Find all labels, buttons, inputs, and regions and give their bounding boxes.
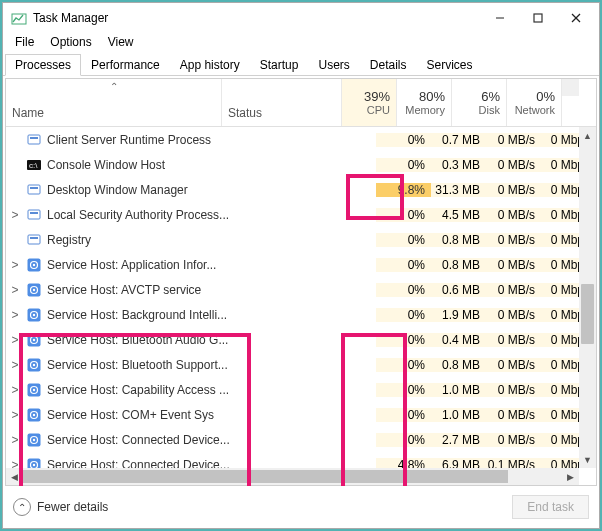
- process-row[interactable]: >Local Security Authority Process...0%4.…: [6, 202, 596, 227]
- tab-startup[interactable]: Startup: [250, 54, 309, 76]
- disk-header-pct: 6%: [481, 89, 500, 104]
- process-row[interactable]: c:\Console Window Host0%0.3 MB0 MB/s0 Mb…: [6, 152, 596, 177]
- svg-point-29: [33, 363, 35, 365]
- process-rows: Client Server Runtime Process0%0.7 MB0 M…: [6, 127, 596, 468]
- process-name: Client Server Runtime Process: [47, 133, 256, 147]
- sort-indicator-icon: ⌃: [110, 81, 118, 92]
- cpu-cell: 0%: [376, 258, 431, 272]
- fewer-details-button[interactable]: ⌃ Fewer details: [13, 498, 108, 516]
- svg-point-20: [33, 288, 35, 290]
- process-icon: [26, 207, 42, 223]
- memory-cell: 0.8 MB: [431, 358, 486, 372]
- col-status[interactable]: Status: [222, 79, 342, 126]
- close-button[interactable]: [557, 4, 595, 32]
- tab-processes[interactable]: Processes: [5, 54, 81, 76]
- svg-point-35: [33, 413, 35, 415]
- expand-icon[interactable]: >: [6, 283, 24, 297]
- col-memory[interactable]: 80% Memory: [397, 79, 452, 126]
- cpu-header-pct: 39%: [364, 89, 390, 104]
- cpu-cell: 4.8%: [376, 458, 431, 469]
- expand-icon[interactable]: >: [6, 458, 24, 469]
- tab-app-history[interactable]: App history: [170, 54, 250, 76]
- process-icon: [26, 182, 42, 198]
- cpu-cell: 0%: [376, 208, 431, 222]
- process-row[interactable]: >Service Host: Bluetooth Audio G...0%0.4…: [6, 327, 596, 352]
- network-header-label: Network: [515, 104, 555, 116]
- menu-file[interactable]: File: [7, 34, 42, 50]
- processes-panel: ⌃ Name Status 39% CPU 80% Memory 6% Disk: [3, 76, 599, 486]
- scroll-down-icon[interactable]: ▼: [579, 451, 596, 468]
- svg-text:c:\: c:\: [29, 161, 38, 170]
- disk-cell: 0 MB/s: [486, 133, 541, 147]
- process-row[interactable]: >Service Host: Connected Device...4.8%6.…: [6, 452, 596, 468]
- title-bar[interactable]: Task Manager: [3, 3, 599, 33]
- process-name: Service Host: AVCTP service: [47, 283, 256, 297]
- cpu-cell: 9.8%: [376, 183, 431, 197]
- maximize-button[interactable]: [519, 4, 557, 32]
- minimize-button[interactable]: [481, 4, 519, 32]
- expand-icon[interactable]: >: [6, 208, 24, 222]
- process-name: Local Security Authority Process...: [47, 208, 256, 222]
- memory-cell: 0.8 MB: [431, 233, 486, 247]
- process-row[interactable]: >Service Host: Application Infor...0%0.8…: [6, 252, 596, 277]
- memory-cell: 0.6 MB: [431, 283, 486, 297]
- process-row[interactable]: >Service Host: Bluetooth Support...0%0.8…: [6, 352, 596, 377]
- menu-view[interactable]: View: [100, 34, 142, 50]
- expand-icon[interactable]: >: [6, 333, 24, 347]
- disk-cell: 0 MB/s: [486, 408, 541, 422]
- expand-icon[interactable]: >: [6, 408, 24, 422]
- process-name: Service Host: Connected Device...: [47, 433, 256, 447]
- process-row[interactable]: >Service Host: Background Intelli...0%1.…: [6, 302, 596, 327]
- process-row[interactable]: >Service Host: Capability Access ...0%1.…: [6, 377, 596, 402]
- memory-cell: 1.9 MB: [431, 308, 486, 322]
- process-icon: c:\: [26, 157, 42, 173]
- scroll-left-icon[interactable]: ◀: [6, 468, 23, 485]
- menu-options[interactable]: Options: [42, 34, 99, 50]
- memory-header-label: Memory: [405, 104, 445, 116]
- tab-users[interactable]: Users: [308, 54, 359, 76]
- expand-icon[interactable]: >: [6, 383, 24, 397]
- col-disk[interactable]: 6% Disk: [452, 79, 507, 126]
- process-row[interactable]: Desktop Window Manager9.8%31.3 MB0 MB/s0…: [6, 177, 596, 202]
- expand-icon[interactable]: >: [6, 308, 24, 322]
- cpu-cell: 0%: [376, 433, 431, 447]
- cpu-cell: 0%: [376, 158, 431, 172]
- scroll-up-icon[interactable]: ▲: [579, 127, 596, 144]
- expand-icon[interactable]: >: [6, 433, 24, 447]
- process-row[interactable]: >Service Host: AVCTP service0%0.6 MB0 MB…: [6, 277, 596, 302]
- vertical-scrollbar[interactable]: ▲ ▼: [579, 127, 596, 468]
- disk-cell: 0 MB/s: [486, 433, 541, 447]
- chevron-up-icon: ⌃: [13, 498, 31, 516]
- disk-cell: 0 MB/s: [486, 158, 541, 172]
- memory-cell: 2.7 MB: [431, 433, 486, 447]
- cpu-cell: 0%: [376, 233, 431, 247]
- process-row[interactable]: Registry0%0.8 MB0 MB/s0 Mbps: [6, 227, 596, 252]
- process-row[interactable]: >Service Host: COM+ Event Sys0%1.0 MB0 M…: [6, 402, 596, 427]
- process-row[interactable]: >Service Host: Connected Device...0%2.7 …: [6, 427, 596, 452]
- horizontal-scrollbar[interactable]: ◀ ▶: [6, 468, 579, 485]
- tab-details[interactable]: Details: [360, 54, 417, 76]
- process-name: Registry: [47, 233, 256, 247]
- cpu-cell: 0%: [376, 383, 431, 397]
- memory-cell: 1.0 MB: [431, 408, 486, 422]
- tab-services[interactable]: Services: [417, 54, 483, 76]
- scroll-thumb[interactable]: [581, 284, 594, 344]
- col-name[interactable]: ⌃ Name: [6, 79, 222, 126]
- expand-icon[interactable]: >: [6, 358, 24, 372]
- process-name: Service Host: COM+ Event Sys: [47, 408, 256, 422]
- svg-rect-2: [534, 14, 542, 22]
- process-icon: [26, 332, 42, 348]
- process-name: Desktop Window Manager: [47, 183, 256, 197]
- memory-cell: 31.3 MB: [431, 183, 486, 197]
- col-cpu[interactable]: 39% CPU: [342, 79, 397, 126]
- process-icon: [26, 357, 42, 373]
- expand-icon[interactable]: >: [6, 258, 24, 272]
- process-row[interactable]: Client Server Runtime Process0%0.7 MB0 M…: [6, 127, 596, 152]
- hscroll-thumb[interactable]: [23, 470, 508, 483]
- col-network[interactable]: 0% Network: [507, 79, 562, 126]
- svg-rect-5: [28, 135, 40, 144]
- scroll-right-icon[interactable]: ▶: [562, 468, 579, 485]
- svg-rect-9: [28, 185, 40, 194]
- tab-performance[interactable]: Performance: [81, 54, 170, 76]
- end-task-button[interactable]: End task: [512, 495, 589, 519]
